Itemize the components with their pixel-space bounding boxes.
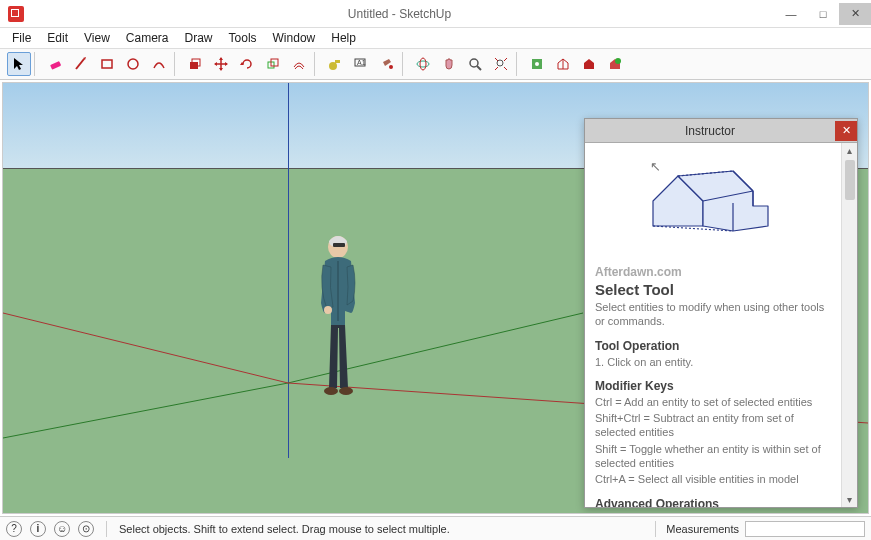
tool-circle[interactable]	[121, 52, 145, 76]
measurements-label: Measurements	[666, 523, 739, 535]
tool-3d-warehouse[interactable]	[551, 52, 575, 76]
svg-point-11	[389, 65, 393, 69]
instructor-scrollbar[interactable]: ▴ ▾	[841, 143, 857, 507]
menu-view[interactable]: View	[76, 30, 118, 46]
tool-zoom[interactable]	[463, 52, 487, 76]
status-user-icon[interactable]: ☺	[54, 521, 70, 537]
close-button[interactable]: ✕	[839, 3, 871, 25]
menu-camera[interactable]: Camera	[118, 30, 177, 46]
tool-scale[interactable]	[261, 52, 285, 76]
instructor-panel: Instructor ✕ ↖ Aft	[584, 118, 858, 508]
instructor-adv-heading: Advanced Operations	[595, 497, 831, 507]
tool-share[interactable]	[603, 52, 627, 76]
maximize-button[interactable]: □	[807, 3, 839, 25]
instructor-mod-shift-ctrl: Shift+Ctrl = Subtract an entity from set…	[595, 411, 831, 440]
toolbar-separator	[174, 52, 180, 76]
instructor-tool-desc: Select entities to modify when using oth…	[595, 300, 831, 329]
tool-add-location[interactable]	[525, 52, 549, 76]
tool-select[interactable]	[7, 52, 31, 76]
window-title: Untitled - SketchUp	[24, 7, 775, 21]
svg-text:A1: A1	[357, 59, 366, 66]
toolbar-separator	[314, 52, 320, 76]
instructor-mod-ctrl-a: Ctrl+A = Select all visible entities in …	[595, 472, 831, 486]
tool-ext-warehouse[interactable]	[577, 52, 601, 76]
status-help-icon[interactable]: i	[30, 521, 46, 537]
svg-point-7	[329, 62, 337, 70]
status-hint: Select objects. Shift to extend select. …	[119, 523, 450, 535]
minimize-button[interactable]: —	[775, 3, 807, 25]
svg-line-21	[3, 313, 288, 383]
svg-point-25	[324, 306, 332, 314]
watermark-text: Afterdawn.com	[595, 265, 831, 279]
instructor-mod-shift: Shift = Toggle whether an entity is with…	[595, 442, 831, 471]
instructor-close-button[interactable]: ✕	[835, 121, 857, 141]
tool-move[interactable]	[209, 52, 233, 76]
svg-rect-8	[335, 60, 340, 63]
instructor-mod-ctrl: Ctrl = Add an entity to set of selected …	[595, 395, 831, 409]
menu-edit[interactable]: Edit	[39, 30, 76, 46]
toolbar-separator	[402, 52, 408, 76]
tool-text[interactable]: A1	[349, 52, 373, 76]
svg-rect-0	[50, 61, 61, 70]
svg-point-17	[535, 62, 539, 66]
instructor-op-step: 1. Click on an entity.	[595, 355, 831, 369]
app-icon	[8, 6, 24, 22]
svg-rect-24	[333, 243, 345, 247]
scroll-down-icon[interactable]: ▾	[847, 492, 852, 507]
tool-paint[interactable]	[375, 52, 399, 76]
tool-eraser[interactable]	[43, 52, 67, 76]
svg-point-27	[339, 387, 353, 395]
svg-point-13	[420, 58, 426, 70]
instructor-title-text: Instructor	[585, 124, 835, 138]
tool-offset[interactable]	[287, 52, 311, 76]
status-divider	[655, 521, 656, 537]
tool-rectangle[interactable]	[95, 52, 119, 76]
instructor-content: ↖ Afterdawn.com Select Tool Select entit…	[585, 143, 841, 507]
scroll-up-icon[interactable]: ▴	[847, 143, 852, 158]
instructor-body: ↖ Afterdawn.com Select Tool Select entit…	[585, 143, 857, 507]
tool-pushpull[interactable]	[183, 52, 207, 76]
svg-point-26	[324, 387, 338, 395]
title-bar: Untitled - SketchUp — □ ✕	[0, 0, 871, 28]
toolbar: A1	[0, 48, 871, 80]
toolbar-separator	[516, 52, 522, 76]
menu-bar: File Edit View Camera Draw Tools Window …	[0, 28, 871, 48]
cursor-icon: ↖	[650, 159, 661, 174]
instructor-titlebar[interactable]: Instructor ✕	[585, 119, 857, 143]
svg-point-12	[417, 61, 429, 67]
measurements-area: Measurements	[651, 521, 865, 537]
status-geo-icon[interactable]: ⊙	[78, 521, 94, 537]
scale-figure-person	[305, 233, 375, 413]
menu-help[interactable]: Help	[323, 30, 364, 46]
instructor-tool-name: Select Tool	[595, 281, 831, 298]
scroll-thumb[interactable]	[845, 160, 855, 200]
menu-draw[interactable]: Draw	[177, 30, 221, 46]
instructor-op-heading: Tool Operation	[595, 339, 831, 353]
menu-file[interactable]: File	[4, 30, 39, 46]
menu-tools[interactable]: Tools	[221, 30, 265, 46]
svg-rect-1	[102, 60, 112, 68]
tool-arc[interactable]	[147, 52, 171, 76]
toolbar-separator	[34, 52, 40, 76]
window-controls: — □ ✕	[775, 3, 871, 25]
svg-point-14	[470, 59, 478, 67]
svg-point-18	[615, 58, 621, 64]
tool-pan[interactable]	[437, 52, 461, 76]
status-info-icon[interactable]: ?	[6, 521, 22, 537]
tool-tape[interactable]	[323, 52, 347, 76]
svg-line-19	[3, 383, 288, 438]
menu-window[interactable]: Window	[265, 30, 324, 46]
viewport-3d[interactable]: Instructor ✕ ↖ Aft	[2, 82, 869, 514]
instructor-illustration: ↖	[595, 151, 831, 261]
status-bar: ? i ☺ ⊙ Select objects. Shift to extend …	[0, 516, 871, 540]
status-divider	[106, 521, 107, 537]
tool-orbit[interactable]	[411, 52, 435, 76]
measurements-input[interactable]	[745, 521, 865, 537]
instructor-mod-heading: Modifier Keys	[595, 379, 831, 393]
tool-line[interactable]	[69, 52, 93, 76]
tool-rotate[interactable]	[235, 52, 259, 76]
svg-point-2	[128, 59, 138, 69]
tool-zoom-extents[interactable]	[489, 52, 513, 76]
